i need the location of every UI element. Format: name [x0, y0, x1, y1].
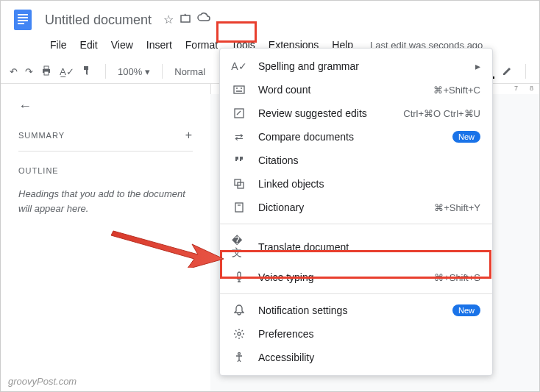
- svg-rect-7: [44, 71, 49, 75]
- new-badge: New: [452, 131, 480, 143]
- svg-rect-9: [235, 109, 244, 118]
- add-summary-icon[interactable]: +: [185, 129, 193, 142]
- word-count-icon: [232, 84, 246, 96]
- style-select[interactable]: Normal: [174, 66, 205, 77]
- menu-spelling-grammar[interactable]: A✓ Spelling and grammar ▸: [220, 54, 492, 78]
- menu-file[interactable]: File: [45, 36, 72, 54]
- menu-edit[interactable]: Edit: [75, 36, 103, 54]
- svg-rect-6: [44, 66, 49, 69]
- highlight-icon[interactable]: [502, 65, 514, 79]
- menu-accessibility[interactable]: Accessibility: [220, 346, 492, 369]
- cloud-status-icon[interactable]: [197, 13, 210, 27]
- svg-rect-8: [234, 86, 244, 93]
- undo-icon[interactable]: ↶: [10, 66, 18, 77]
- linked-objects-icon: [232, 178, 246, 190]
- chevron-down-icon: ▾: [145, 66, 150, 77]
- svg-rect-12: [235, 203, 243, 212]
- menu-view[interactable]: View: [106, 36, 138, 54]
- redo-icon[interactable]: ↷: [25, 66, 33, 77]
- bell-icon: [232, 304, 246, 316]
- compare-icon: ⇄: [232, 131, 246, 143]
- svg-rect-1: [18, 14, 28, 15]
- menu-insert[interactable]: Insert: [141, 36, 177, 54]
- doc-title[interactable]: Untitled document: [45, 13, 152, 28]
- outline-placeholder: Headings that you add to the document wi…: [18, 187, 193, 215]
- svg-rect-3: [18, 20, 28, 21]
- print-icon[interactable]: [40, 65, 52, 79]
- annotation-box-voice: [220, 250, 491, 279]
- spellcheck-icon: A✓: [232, 60, 246, 72]
- annotation-box-tools: [216, 21, 257, 43]
- citations-icon: [232, 155, 246, 165]
- menu-word-count[interactable]: Word count ⌘+Shift+C: [220, 78, 492, 101]
- outline-heading: OUTLINE: [18, 166, 193, 175]
- gear-icon: [232, 328, 246, 340]
- menu-notification-settings[interactable]: Notification settings New: [220, 299, 492, 322]
- zoom-select[interactable]: 100% ▾: [118, 66, 150, 77]
- summary-heading: SUMMARY: [18, 131, 65, 140]
- tools-dropdown: A✓ Spelling and grammar ▸ Word count ⌘+S…: [219, 48, 493, 376]
- back-arrow-icon[interactable]: ←: [18, 99, 193, 114]
- menu-compare-docs[interactable]: ⇄ Compare documents New: [220, 125, 492, 149]
- move-icon[interactable]: [180, 13, 191, 27]
- watermark: groovyPost.com: [8, 376, 77, 387]
- dictionary-icon: [232, 202, 246, 213]
- svg-point-14: [238, 332, 241, 335]
- spellcheck-icon[interactable]: A̲✓: [60, 66, 74, 77]
- annotation-arrow-icon: [110, 224, 227, 268]
- new-badge: New: [452, 304, 480, 316]
- menu-linked-objects[interactable]: Linked objects: [220, 172, 492, 196]
- menu-review-edits[interactable]: Review suggested edits Ctrl+⌘O Ctrl+⌘U: [220, 101, 492, 125]
- submenu-arrow-icon: ▸: [475, 60, 480, 72]
- docs-logo-icon[interactable]: [10, 7, 36, 33]
- svg-point-15: [238, 353, 241, 355]
- paint-format-icon[interactable]: [82, 65, 93, 79]
- accessibility-icon: [232, 352, 246, 363]
- review-edits-icon: [232, 107, 246, 119]
- star-icon[interactable]: ☆: [163, 13, 174, 27]
- svg-rect-4: [18, 23, 24, 24]
- menu-preferences[interactable]: Preferences: [220, 322, 492, 346]
- menu-citations[interactable]: Citations: [220, 149, 492, 172]
- svg-rect-2: [18, 17, 28, 18]
- menu-dictionary[interactable]: Dictionary ⌘+Shift+Y: [220, 196, 492, 219]
